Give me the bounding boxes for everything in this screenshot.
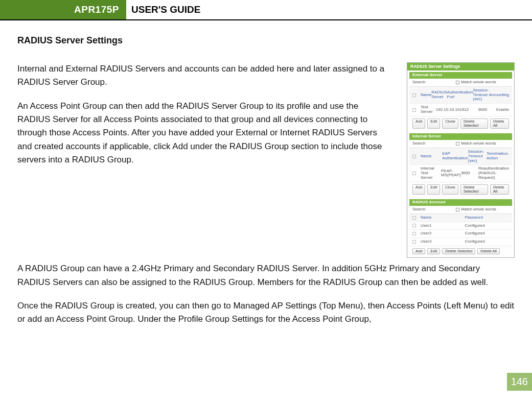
col-header: Password bbox=[465, 216, 510, 220]
checkbox-icon[interactable] bbox=[412, 172, 416, 175]
cell: 1812 bbox=[460, 108, 478, 112]
table-row[interactable]: User3 Configured bbox=[409, 238, 512, 246]
internal-header-row: Name EAP Authentication Session-Timeout … bbox=[409, 148, 512, 165]
checkbox-icon[interactable] bbox=[412, 224, 416, 227]
external-header-row: Name RADIUS Server Authentication Port S… bbox=[409, 87, 512, 104]
col-header: RADIUS Server bbox=[431, 90, 447, 100]
paragraph: A RADIUS Group can have a 2.4GHz Primary… bbox=[17, 262, 515, 289]
add-button[interactable]: Add bbox=[412, 184, 425, 195]
product-code: APR175P bbox=[74, 4, 119, 15]
cell: 3600 bbox=[478, 108, 496, 112]
cell: Reauthentication (RADIUS-Request) bbox=[478, 167, 509, 180]
search-row: Search Match whole words bbox=[409, 79, 512, 87]
edit-button[interactable]: Edit bbox=[427, 248, 440, 254]
cell: User3 bbox=[421, 240, 465, 244]
clone-button[interactable]: Clone bbox=[442, 118, 458, 129]
cell: Internal Test Server bbox=[421, 167, 441, 180]
delete-selected-button[interactable]: Delete Selected bbox=[460, 118, 488, 129]
clone-button[interactable]: Clone bbox=[442, 184, 458, 195]
match-label: Match whole words bbox=[461, 80, 496, 85]
button-row: Add Edit Clone Delete Selected Delete Al… bbox=[409, 182, 512, 198]
cell: Configured bbox=[465, 224, 510, 228]
match-whole-words[interactable]: Match whole words bbox=[456, 80, 496, 85]
match-whole-words[interactable]: Match whole words bbox=[456, 207, 496, 212]
col-header: Name bbox=[421, 216, 465, 220]
cell: PEAP-MS(PEAP) bbox=[441, 169, 461, 178]
edit-button[interactable]: Edit bbox=[427, 118, 440, 129]
table-row[interactable]: Internal Test Server PEAP-MS(PEAP) 3600 … bbox=[409, 165, 512, 182]
checkbox-icon bbox=[456, 142, 459, 146]
checkbox-icon bbox=[456, 81, 459, 84]
cell: Test Server bbox=[421, 105, 436, 114]
delete-all-button[interactable]: Delete All bbox=[490, 118, 509, 129]
match-label: Match whole words bbox=[461, 141, 496, 146]
cell: 192.10.10.10 bbox=[436, 108, 460, 112]
checkbox-icon[interactable] bbox=[412, 108, 416, 112]
search-label: Search bbox=[412, 80, 425, 85]
checkbox-icon[interactable] bbox=[412, 155, 416, 158]
button-row: Add Edit Clone Delete Selected Delete Al… bbox=[409, 116, 512, 132]
paragraph: An Access Point Group can then add the R… bbox=[17, 100, 392, 167]
edit-button[interactable]: Edit bbox=[427, 184, 440, 195]
internal-server-bar: Internal Server bbox=[409, 133, 512, 140]
account-header-row: Name Password bbox=[409, 214, 512, 222]
table-row[interactable]: User1 Configured bbox=[409, 222, 512, 230]
cell: Configured bbox=[465, 231, 510, 236]
cell: Configured bbox=[465, 240, 510, 244]
panel-title: RADIUS Server Settings bbox=[407, 63, 514, 70]
cell: 3600 bbox=[461, 171, 478, 176]
col-header: Termination-Action bbox=[487, 152, 509, 161]
delete-selected-button[interactable]: Delete Selected bbox=[442, 248, 475, 254]
cell: Enable bbox=[496, 108, 509, 112]
checkbox-icon[interactable] bbox=[412, 232, 416, 235]
col-header: Name bbox=[421, 154, 442, 159]
col-header: Authentication Port bbox=[447, 90, 473, 100]
table-row[interactable]: Test Server 192.10.10.10 1812 3600 Enabl… bbox=[409, 104, 512, 116]
col-header: EAP Authentication bbox=[442, 152, 468, 161]
cell: User2 bbox=[421, 231, 465, 236]
search-row: Search Match whole words bbox=[409, 206, 512, 214]
col-header: Name bbox=[421, 93, 431, 98]
paragraph: Internal and External RADIUS Servers and… bbox=[17, 62, 392, 89]
screenshot-panel: RADIUS Server Settings External Server S… bbox=[407, 62, 515, 258]
button-row: Add Edit Delete Selected Delete All bbox=[409, 246, 512, 257]
col-header: Session-Timeout (sec) bbox=[473, 88, 489, 102]
checkbox-icon[interactable] bbox=[412, 240, 416, 244]
body-text: RADIUS Server Settings Internal and Exte… bbox=[0, 34, 532, 326]
checkbox-icon bbox=[456, 208, 459, 211]
table-row[interactable]: User2 Configured bbox=[409, 230, 512, 238]
col-header: Session-Timeout (sec) bbox=[468, 150, 487, 163]
search-row: Search Match whole words bbox=[409, 140, 512, 148]
paragraph: Once the RADIUS Group is created, you ca… bbox=[17, 299, 515, 326]
product-badge: APR175P bbox=[0, 0, 126, 19]
checkbox-icon[interactable] bbox=[412, 93, 416, 97]
match-whole-words[interactable]: Match whole words bbox=[456, 141, 496, 146]
search-label: Search bbox=[412, 141, 425, 146]
radius-account-bar: RADIUS Account bbox=[409, 199, 512, 206]
doc-title: USER'S GUIDE bbox=[126, 0, 200, 19]
match-label: Match whole words bbox=[461, 207, 496, 212]
add-button[interactable]: Add bbox=[412, 118, 425, 129]
doc-header: APR175P USER'S GUIDE bbox=[0, 0, 532, 20]
page-number: 146 bbox=[507, 373, 532, 391]
delete-all-button[interactable]: Delete All bbox=[490, 184, 509, 195]
delete-all-button[interactable]: Delete All bbox=[477, 248, 500, 254]
col-header: Accounting bbox=[489, 93, 509, 98]
section-title: RADIUS Server Settings bbox=[17, 34, 515, 48]
external-server-bar: External Server bbox=[409, 72, 512, 79]
add-button[interactable]: Add bbox=[412, 248, 425, 254]
checkbox-icon[interactable] bbox=[412, 216, 416, 220]
delete-selected-button[interactable]: Delete Selected bbox=[460, 184, 488, 195]
search-label: Search bbox=[412, 207, 425, 212]
cell: User1 bbox=[421, 224, 465, 228]
